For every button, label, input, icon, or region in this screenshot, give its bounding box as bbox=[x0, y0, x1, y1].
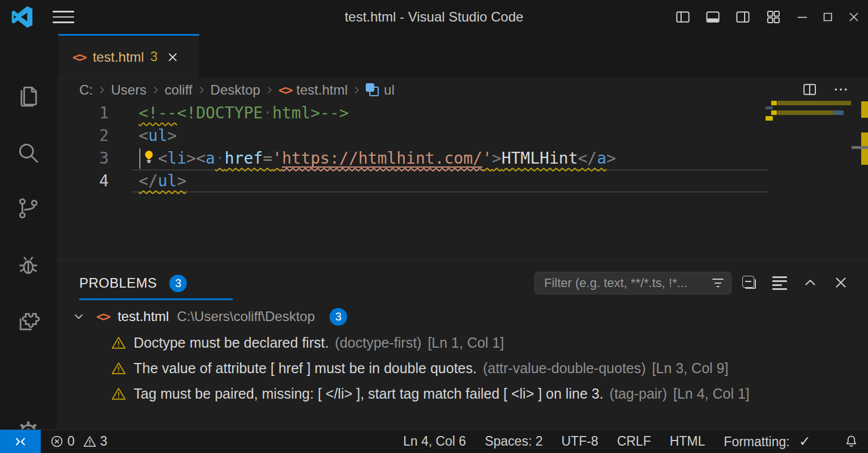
code-token: ' bbox=[272, 149, 282, 168]
minimap-line-mark bbox=[777, 110, 833, 115]
eol-status[interactable]: CRLF bbox=[617, 434, 651, 449]
breadcrumb-desktop[interactable]: Desktop bbox=[211, 82, 260, 98]
warning-icon bbox=[111, 335, 126, 351]
close-panel-icon[interactable] bbox=[832, 274, 849, 291]
toggle-panel-button[interactable] bbox=[704, 8, 722, 26]
code-token: > bbox=[492, 149, 502, 168]
code-token: < bbox=[158, 149, 168, 168]
language-mode-status[interactable]: HTML bbox=[670, 434, 705, 449]
view-as-table-icon[interactable] bbox=[771, 274, 788, 291]
code-line-3[interactable]: 3 <li><a·href='https://htmlhint.com/'>HT… bbox=[57, 147, 868, 170]
problem-rule: (attr-value-double-quotes) bbox=[483, 360, 646, 377]
chevron-right-icon bbox=[96, 84, 108, 96]
minimize-button[interactable] bbox=[793, 8, 811, 26]
errors-warnings-status[interactable]: 0 3 bbox=[50, 430, 116, 453]
file-problems-badge: 3 bbox=[330, 308, 347, 326]
source-control-icon[interactable] bbox=[16, 196, 41, 221]
code-token: https://htmlhint.com/ bbox=[282, 149, 482, 168]
problem-row[interactable]: Tag must be paired, missing: [ </li> ], … bbox=[57, 381, 868, 407]
remote-indicator[interactable] bbox=[0, 430, 41, 453]
maximize-panel-icon[interactable] bbox=[802, 274, 819, 291]
code-token: < bbox=[139, 126, 148, 145]
minimap-warning-mark bbox=[771, 101, 777, 105]
tab-problems[interactable]: PROBLEMS 3 bbox=[79, 267, 187, 300]
code-token: > bbox=[177, 172, 186, 190]
code-token: · bbox=[215, 149, 225, 168]
formatting-status[interactable]: Formatting: ✓ bbox=[724, 433, 811, 450]
indentation-status[interactable]: Spaces: 2 bbox=[485, 434, 542, 449]
problem-message: The value of attribute [ href ] must be … bbox=[134, 360, 477, 377]
chevron-down-icon[interactable] bbox=[71, 309, 86, 324]
code-token: a bbox=[597, 149, 606, 168]
tab-label: test.html bbox=[93, 49, 144, 65]
code-token: href bbox=[225, 149, 263, 168]
close-window-button[interactable] bbox=[845, 8, 863, 26]
code-token: </ bbox=[139, 172, 158, 190]
code-token: ul bbox=[158, 172, 177, 190]
search-icon[interactable] bbox=[16, 140, 41, 165]
problem-row[interactable]: Doctype must be declared first. (doctype… bbox=[57, 330, 868, 356]
minimap-line-mark bbox=[777, 101, 851, 105]
code-line-1[interactable]: 1<!--<!DOCTYPE·html>--> bbox=[57, 102, 868, 125]
minimap-line-mark bbox=[833, 110, 844, 115]
code-link[interactable]: https://htmlhint.com/ bbox=[282, 149, 482, 168]
chevron-right-icon bbox=[195, 84, 208, 96]
breadcrumb-symbol[interactable]: ul bbox=[384, 82, 395, 98]
minimap-line-mark bbox=[766, 106, 773, 109]
problems-file-path: C:\Users\coliff\Desktop bbox=[177, 309, 315, 324]
problems-tab-label: PROBLEMS bbox=[79, 275, 157, 291]
problem-row[interactable]: The value of attribute [ href ] must be … bbox=[57, 356, 868, 381]
code-line-4[interactable]: 4</ul> bbox=[57, 170, 868, 193]
activity-bar bbox=[0, 34, 57, 429]
code-text: <li><a·href='https://htmlhint.com/'>HTML… bbox=[139, 147, 616, 170]
collapse-all-icon[interactable] bbox=[741, 274, 758, 291]
code-token: a bbox=[206, 149, 215, 168]
problem-message: Tag must be paired, missing: [ </li> ], … bbox=[134, 386, 604, 402]
encoding-status[interactable]: UTF-8 bbox=[561, 434, 598, 449]
run-debug-icon[interactable] bbox=[16, 253, 41, 277]
code-token: > bbox=[186, 149, 196, 168]
line-number: 3 bbox=[57, 147, 109, 170]
error-icon bbox=[50, 434, 64, 448]
code-line-2[interactable]: 2<ul> bbox=[57, 125, 868, 147]
problems-count-badge: 3 bbox=[169, 275, 187, 292]
filter-icon bbox=[711, 276, 725, 290]
warning-icon bbox=[111, 361, 126, 376]
symbol-element-icon bbox=[366, 83, 379, 97]
problems-filter bbox=[535, 272, 732, 294]
code-editor[interactable]: 1<!--<!DOCTYPE·html>-->2<ul>3 <li><a·hre… bbox=[57, 102, 868, 259]
tab-test-html[interactable]: <> test.html 3 bbox=[58, 34, 199, 78]
line-number: 1 bbox=[57, 102, 109, 125]
toggle-primary-sidebar-button[interactable] bbox=[674, 8, 692, 26]
problems-file-group[interactable]: <> test.html C:\Users\coliff\Desktop 3 bbox=[57, 304, 868, 329]
lightbulb-icon[interactable] bbox=[141, 149, 157, 165]
minimap[interactable] bbox=[766, 101, 851, 123]
overview-ruler-warning bbox=[861, 133, 868, 146]
code-text: <ul> bbox=[139, 125, 177, 147]
problems-filter-input[interactable] bbox=[543, 275, 709, 291]
warning-icon bbox=[111, 386, 126, 401]
code-token: ul bbox=[148, 126, 168, 145]
extensions-icon[interactable] bbox=[16, 309, 41, 334]
active-tab-underline bbox=[79, 298, 233, 300]
breadcrumb-users[interactable]: Users bbox=[111, 82, 147, 98]
toggle-secondary-sidebar-button[interactable] bbox=[734, 8, 752, 26]
editor-area: <> test.html 3 C: Users coliff bbox=[57, 34, 868, 429]
customize-layout-button[interactable] bbox=[764, 8, 783, 26]
line-number: 2 bbox=[57, 125, 109, 147]
problem-rule: (doctype-first) bbox=[335, 335, 422, 351]
menu-icon[interactable] bbox=[53, 11, 74, 23]
explorer-icon[interactable] bbox=[16, 84, 41, 109]
code-token: > bbox=[606, 149, 616, 168]
html-file-icon: <> bbox=[72, 50, 86, 65]
maximize-button[interactable] bbox=[819, 8, 837, 26]
notifications-bell-icon[interactable] bbox=[844, 434, 859, 449]
cursor-position-status[interactable]: Ln 4, Col 6 bbox=[403, 434, 466, 449]
breadcrumb-coliff[interactable]: coliff bbox=[165, 82, 193, 98]
close-tab-icon[interactable] bbox=[165, 50, 180, 65]
code-text: </ul> bbox=[139, 170, 186, 193]
code-text: <!--<!DOCTYPE·html>--> bbox=[139, 102, 349, 125]
breadcrumb-drive[interactable]: C: bbox=[79, 82, 93, 98]
breadcrumb-file[interactable]: test.html bbox=[296, 82, 348, 98]
warning-icon bbox=[83, 434, 97, 448]
